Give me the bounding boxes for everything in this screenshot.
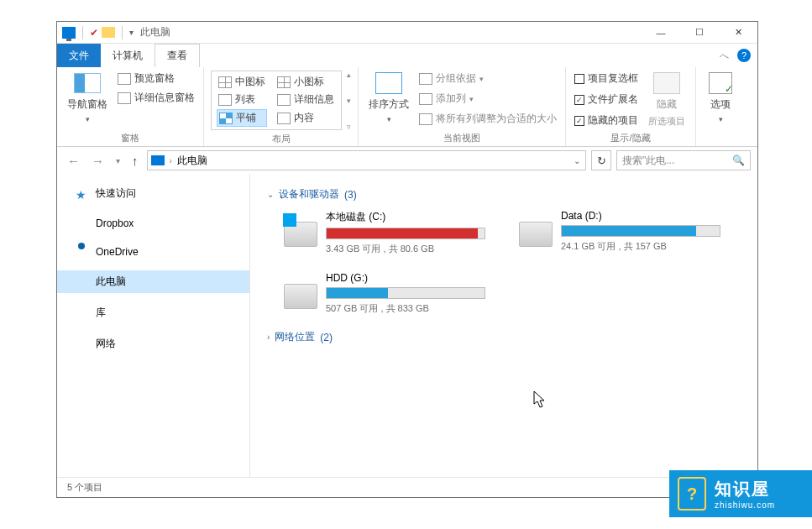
window-title: 此电脑 <box>140 25 170 39</box>
size-columns-icon <box>419 113 432 125</box>
tab-computer[interactable]: 计算机 <box>101 44 155 67</box>
sort-button[interactable]: 排序方式 ▾ <box>365 71 412 125</box>
pc-icon <box>151 155 165 165</box>
hide-selected-button[interactable]: 隐藏 所选项目 <box>645 71 689 129</box>
group-devices-header[interactable]: ⌄ 设备和驱动器 (3) <box>267 187 741 202</box>
options-button[interactable]: 选项 ▾ <box>703 71 738 125</box>
back-button[interactable]: ← <box>64 154 83 168</box>
details-pane-icon <box>118 92 131 104</box>
preview-pane-icon <box>118 73 131 85</box>
drive-icon <box>519 222 553 247</box>
checkbox-extensions[interactable]: 文件扩展名 <box>573 92 640 107</box>
checkbox-hidden-items[interactable]: 隐藏的项目 <box>573 113 640 128</box>
drive-name: HDD (G:) <box>326 272 485 284</box>
ribbon: 导航窗格 ▾ 预览窗格 详细信息窗格 窗格 中图标 小图标 列表 详细信息 平铺 <box>57 67 757 147</box>
nav-pane-button[interactable]: 导航窗格 ▾ <box>64 71 111 125</box>
status-bar: 5 个项目 <box>57 477 757 497</box>
nav-pane-icon <box>74 73 101 93</box>
group-label-layout: 布局 <box>211 131 351 145</box>
chevron-down-icon: ▾ <box>387 115 391 123</box>
nav-pane-label: 导航窗格 <box>67 97 107 112</box>
app-icon <box>62 27 76 39</box>
size-columns-button[interactable]: 将所有列调整为合适的大小 <box>417 111 558 127</box>
drive-usage-bar <box>561 225 720 237</box>
group-label-current-view: 当前视图 <box>365 130 558 144</box>
chevron-down-icon: ▾ <box>86 115 90 123</box>
chevron-down-icon: ⌄ <box>267 190 274 199</box>
layout-content[interactable]: 内容 <box>275 109 336 127</box>
search-icon: 🔍 <box>732 155 745 166</box>
drive-item[interactable]: HDD (G:)507 GB 可用 , 共 833 GB <box>284 272 485 315</box>
ribbon-group-current-view: 排序方式 ▾ 分组依据 ▾ 添加列 ▾ 将所有列调整为合适的大小 当前视图 <box>359 67 566 146</box>
collapse-ribbon-icon[interactable]: へ <box>720 50 729 62</box>
group-label-panes: 窗格 <box>64 130 196 144</box>
layout-expand[interactable]: ▿ <box>347 123 351 131</box>
main-pane: ⌄ 设备和驱动器 (3) 本地磁盘 (C:)3.43 GB 可用 , 共 80.… <box>250 174 757 477</box>
ribbon-tabs: 文件 计算机 查看 へ ? <box>57 44 757 67</box>
up-button[interactable]: ↑ <box>128 154 142 168</box>
qat-dropdown-icon[interactable]: ▾ <box>129 28 134 37</box>
small-icons-icon <box>277 76 291 88</box>
content-area: ★快速访问 Dropbox OneDrive 此电脑 库 网络 ⌄ 设备和驱动器… <box>57 174 757 477</box>
drive-name: 本地磁盘 (C:) <box>326 210 485 224</box>
search-input[interactable]: 搜索"此电... 🔍 <box>616 150 751 170</box>
checkbox-icon <box>574 95 584 105</box>
layout-list[interactable]: 列表 <box>217 92 267 107</box>
checkbox-item-checkboxes[interactable]: 项目复选框 <box>573 71 640 86</box>
group-devices-label: 设备和驱动器 <box>279 187 339 202</box>
minimize-button[interactable]: — <box>642 22 680 44</box>
drive-item[interactable]: 本地磁盘 (C:)3.43 GB 可用 , 共 80.6 GB <box>284 210 485 255</box>
address-bar[interactable]: › 此电脑 ⌄ <box>147 150 587 170</box>
chevron-right-icon: › <box>267 333 270 342</box>
breadcrumb-sep-icon[interactable]: › <box>170 156 172 165</box>
tab-file[interactable]: 文件 <box>57 44 101 67</box>
preview-pane-button[interactable]: 预览窗格 <box>116 71 196 86</box>
drive-free-text: 3.43 GB 可用 , 共 80.6 GB <box>326 243 485 255</box>
status-item-count: 5 个项目 <box>67 481 102 494</box>
details-pane-button[interactable]: 详细信息窗格 <box>116 90 196 106</box>
layout-tiles[interactable]: 平铺 <box>217 109 267 127</box>
layout-details[interactable]: 详细信息 <box>275 92 336 107</box>
drive-free-text: 24.1 GB 可用 , 共 157 GB <box>561 240 720 253</box>
drive-usage-bar <box>326 287 485 299</box>
medium-icons-icon <box>218 76 232 88</box>
group-devices-count: (3) <box>344 189 357 201</box>
list-icon <box>218 94 232 106</box>
sort-icon <box>375 72 402 94</box>
refresh-button[interactable]: ↻ <box>591 150 611 170</box>
sidebar-item-onedrive[interactable]: OneDrive <box>57 242 249 262</box>
sidebar-item-libraries[interactable]: 库 <box>57 301 249 324</box>
add-columns-button[interactable]: 添加列 ▾ <box>417 91 558 107</box>
search-placeholder: 搜索"此电... <box>622 154 674 168</box>
layout-scroll-up[interactable]: ▴ <box>347 71 351 79</box>
sidebar-item-quick-access[interactable]: ★快速访问 <box>57 182 249 205</box>
recent-dropdown-icon[interactable]: ▾ <box>113 156 123 165</box>
group-network-label: 网络位置 <box>275 330 315 344</box>
checkbox-icon <box>574 74 584 84</box>
qat-check-icon[interactable]: ✔ <box>90 27 98 39</box>
group-by-button[interactable]: 分组依据 ▾ <box>417 71 558 86</box>
layout-scroll-down[interactable]: ▾ <box>347 97 351 105</box>
breadcrumb-location[interactable]: 此电脑 <box>177 154 207 168</box>
sidebar-item-network[interactable]: 网络 <box>57 333 249 355</box>
drive-item[interactable]: Data (D:)24.1 GB 可用 , 共 157 GB <box>519 210 720 255</box>
close-button[interactable]: ✕ <box>719 22 757 44</box>
sidebar-item-dropbox[interactable]: Dropbox <box>57 213 249 233</box>
layout-medium[interactable]: 中图标 <box>217 74 267 90</box>
tab-view[interactable]: 查看 <box>155 44 200 67</box>
drive-icon <box>284 222 317 247</box>
forward-button[interactable]: → <box>88 154 107 168</box>
qat-folder-icon[interactable] <box>102 27 115 38</box>
checkbox-icon <box>574 116 584 126</box>
watermark-title: 知识屋 <box>715 478 775 500</box>
address-dropdown-icon[interactable]: ⌄ <box>568 156 585 165</box>
options-icon <box>709 72 732 94</box>
window-controls: — ☐ ✕ <box>642 22 757 44</box>
help-icon[interactable]: ? <box>737 49 751 62</box>
group-network-header[interactable]: › 网络位置 (2) <box>267 330 741 344</box>
address-row: ← → ▾ ↑ › 此电脑 ⌄ ↻ 搜索"此电... 🔍 <box>57 147 757 174</box>
sidebar-item-this-pc[interactable]: 此电脑 <box>57 270 249 293</box>
layout-small[interactable]: 小图标 <box>275 74 336 90</box>
maximize-button[interactable]: ☐ <box>680 22 719 44</box>
group-label-show-hide: 显示/隐藏 <box>573 130 689 144</box>
